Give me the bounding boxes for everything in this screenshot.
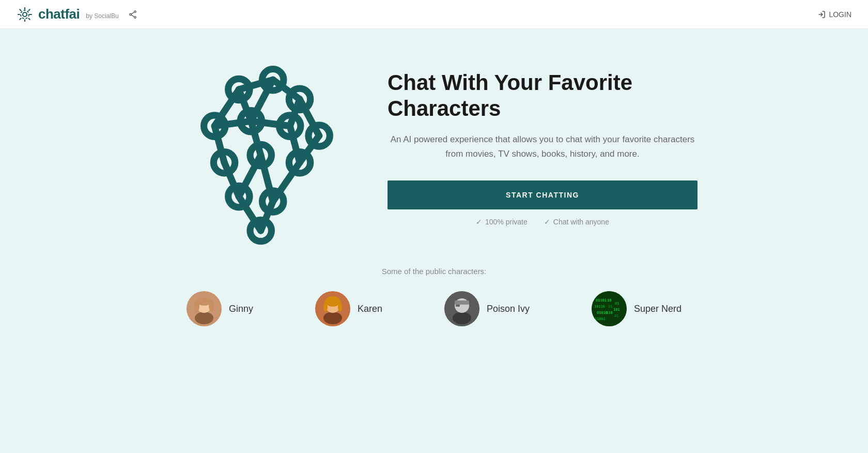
hero-title: Chat With Your Favorite Characters bbox=[388, 70, 698, 122]
avatar-poison-ivy bbox=[444, 291, 479, 326]
brain-network-svg bbox=[176, 50, 341, 246]
svg-text:11001: 11001 bbox=[595, 317, 606, 321]
check-private: ✓ 100% private bbox=[476, 218, 528, 226]
svg-point-3 bbox=[134, 16, 136, 18]
hero-subtitle: An AI powered experience that allows you… bbox=[388, 132, 698, 162]
characters-label: Some of the public characters: bbox=[41, 267, 827, 276]
svg-point-1 bbox=[21, 10, 29, 19]
svg-line-37 bbox=[214, 121, 251, 126]
svg-point-49 bbox=[323, 301, 328, 312]
logo-text: chatfai bbox=[38, 6, 80, 22]
svg-text:10: 10 bbox=[607, 298, 611, 303]
svg-text:01101: 01101 bbox=[596, 298, 607, 303]
poison-ivy-avatar-svg bbox=[444, 291, 479, 326]
character-poison-ivy[interactable]: Poison Ivy bbox=[444, 291, 530, 326]
character-karen-name: Karen bbox=[358, 304, 382, 314]
share-icon[interactable] bbox=[128, 10, 137, 19]
character-super-nerd[interactable]: 01101 10110 01010 11001 10 01 110 01 101… bbox=[592, 291, 681, 326]
avatar-super-nerd: 01101 10110 01010 11001 10 01 110 01 101… bbox=[592, 291, 627, 326]
svg-line-5 bbox=[131, 12, 134, 14]
character-super-nerd-name: Super Nerd bbox=[634, 304, 681, 314]
svg-point-0 bbox=[23, 12, 27, 17]
check-anyone: ✓ Chat with anyone bbox=[544, 218, 609, 226]
characters-row: Ginny Karen bbox=[41, 291, 827, 326]
check-private-icon: ✓ bbox=[476, 218, 482, 226]
svg-point-50 bbox=[338, 301, 342, 312]
svg-text:110: 110 bbox=[606, 311, 613, 315]
check-anyone-icon: ✓ bbox=[544, 218, 550, 226]
super-nerd-avatar-svg: 01101 10110 01010 11001 10 01 110 01 101… bbox=[592, 291, 627, 326]
karen-avatar-svg bbox=[315, 291, 350, 326]
logo-gear-icon bbox=[17, 6, 33, 23]
svg-point-2 bbox=[134, 10, 136, 12]
login-icon bbox=[817, 10, 826, 19]
ginny-avatar-svg bbox=[187, 291, 222, 326]
svg-text:101: 101 bbox=[613, 308, 620, 312]
login-label: LOGIN bbox=[829, 10, 851, 19]
svg-point-4 bbox=[129, 13, 131, 16]
hero-content: Chat With Your Favorite Characters An AI… bbox=[388, 70, 698, 226]
character-karen[interactable]: Karen bbox=[315, 291, 382, 326]
svg-point-40 bbox=[195, 312, 213, 324]
svg-rect-55 bbox=[456, 305, 460, 307]
hero-illustration bbox=[171, 60, 346, 236]
svg-point-43 bbox=[194, 299, 199, 312]
character-ginny[interactable]: Ginny bbox=[187, 291, 253, 326]
svg-rect-54 bbox=[455, 300, 469, 305]
svg-text:10110: 10110 bbox=[594, 305, 605, 309]
hero-section: Chat With Your Favorite Characters An AI… bbox=[0, 29, 868, 256]
svg-line-34 bbox=[273, 162, 300, 201]
check-anyone-label: Chat with anyone bbox=[553, 218, 609, 226]
svg-line-38 bbox=[251, 121, 290, 126]
login-button[interactable]: LOGIN bbox=[817, 10, 851, 19]
hero-checks: ✓ 100% private ✓ Chat with anyone bbox=[388, 218, 698, 226]
svg-text:01: 01 bbox=[608, 305, 612, 309]
avatar-karen bbox=[315, 291, 350, 326]
header-left: chatfai by SocialBu bbox=[17, 6, 137, 23]
avatar-ginny bbox=[187, 291, 222, 326]
characters-section: Some of the public characters: Ginny bbox=[0, 256, 868, 357]
by-label: by SocialBu bbox=[86, 12, 118, 20]
character-poison-ivy-name: Poison Ivy bbox=[487, 304, 530, 314]
svg-point-52 bbox=[453, 312, 471, 324]
svg-point-44 bbox=[209, 299, 214, 312]
header: chatfai by SocialBu LOGIN bbox=[0, 0, 868, 29]
check-private-label: 100% private bbox=[485, 218, 528, 226]
svg-point-46 bbox=[323, 312, 342, 324]
svg-line-6 bbox=[131, 14, 134, 17]
svg-text:01: 01 bbox=[615, 301, 619, 306]
character-ginny-name: Ginny bbox=[229, 304, 253, 314]
start-chatting-button[interactable]: START CHATTING bbox=[388, 180, 698, 209]
svg-text:01: 01 bbox=[614, 314, 618, 318]
